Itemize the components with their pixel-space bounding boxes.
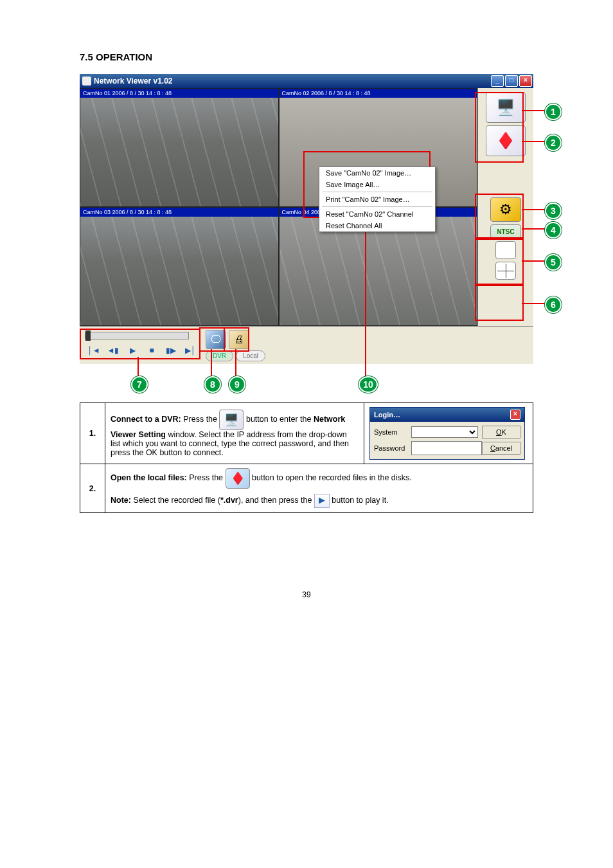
cam-panel-1[interactable]: CamNo 01 2006 / 8 / 30 14 : 8 : 48: [80, 88, 279, 207]
row-2-desc: Open the local files: Press the ♦️ butto…: [105, 464, 533, 513]
marker-3: 3: [545, 203, 562, 219]
login-system-label: System: [374, 428, 407, 436]
row-1-num: 1.: [80, 403, 105, 464]
ctx-separator: [322, 192, 432, 192]
row-1-desc: Connect to a DVR: Press the 🖥️ button to…: [105, 403, 364, 464]
ctx-save-image-all[interactable]: Save Image All…: [319, 179, 435, 190]
video-grid: CamNo 01 2006 / 8 / 30 14 : 8 : 48 CamNo…: [80, 88, 477, 326]
marker-5: 5: [545, 254, 562, 271]
open-local-icon: ♦️: [226, 468, 250, 489]
marker-10: 10: [359, 376, 378, 393]
play-icon: ▶: [314, 494, 330, 508]
ctx-separator: [322, 206, 432, 207]
maximize-icon[interactable]: □: [505, 75, 518, 87]
cam-image-1: [80, 98, 278, 206]
page-number: 39: [80, 590, 533, 599]
ctx-print-image[interactable]: Print "CamNo 02" Image…: [319, 194, 435, 205]
app-icon: [82, 77, 91, 86]
context-menu: Save "CamNo 02" Image… Save Image All… P…: [319, 167, 436, 232]
cam-image-4: [280, 217, 477, 325]
app-window: Network Viewer v1.02 _ □ × CamNo 01 2006…: [80, 74, 533, 364]
login-close-icon[interactable]: ×: [510, 410, 520, 420]
marker-1: 1: [545, 104, 562, 120]
window-titlebar: Network Viewer v1.02 _ □ ×: [80, 74, 533, 88]
marker-9: 9: [229, 376, 245, 393]
close-icon[interactable]: ×: [519, 75, 532, 87]
ctx-save-image[interactable]: Save "CamNo 02" Image…: [319, 167, 435, 179]
marker-7: 7: [131, 376, 148, 393]
cam-info-3: CamNo 03 2006 / 8 / 30 14 : 8 : 48: [80, 208, 278, 217]
login-title: Login…: [374, 411, 400, 419]
cam-panel-3[interactable]: CamNo 03 2006 / 8 / 30 14 : 8 : 48: [80, 207, 279, 326]
login-cancel-button[interactable]: Cancel: [482, 442, 520, 455]
marker-4: 4: [545, 222, 562, 239]
login-system-select[interactable]: [411, 426, 478, 438]
ctx-reset-channel[interactable]: Reset "CamNo 02" Channel: [319, 208, 435, 220]
cam-image-3: [80, 217, 278, 325]
row-1-login-cell: Login… × System OK Password Cancel: [364, 403, 533, 464]
tab-local[interactable]: Local: [236, 350, 265, 361]
login-password-input[interactable]: [411, 441, 482, 455]
cam-info-1: CamNo 01 2006 / 8 / 30 14 : 8 : 48: [80, 89, 278, 98]
section-heading: 7.5 OPERATION: [80, 51, 533, 62]
marker-8: 8: [204, 376, 221, 393]
row-2-num: 2.: [80, 464, 105, 513]
operations-table: 1. Connect to a DVR: Press the 🖥️ button…: [80, 402, 533, 513]
cam-info-2: CamNo 02 2006 / 8 / 30 14 : 8 : 48: [280, 89, 477, 98]
ctx-reset-channel-all[interactable]: Reset Channel All: [319, 220, 435, 231]
login-ok-button[interactable]: OK: [482, 426, 520, 439]
marker-6: 6: [545, 296, 562, 313]
connect-icon: 🖥️: [219, 410, 244, 430]
tab-dvr[interactable]: DVR: [206, 350, 233, 361]
minimize-icon[interactable]: _: [491, 75, 504, 87]
login-password-label: Password: [374, 444, 407, 452]
login-dialog: Login… × System OK Password Cancel: [369, 407, 525, 460]
window-title: Network Viewer v1.02: [94, 77, 173, 86]
marker-2: 2: [545, 134, 562, 151]
